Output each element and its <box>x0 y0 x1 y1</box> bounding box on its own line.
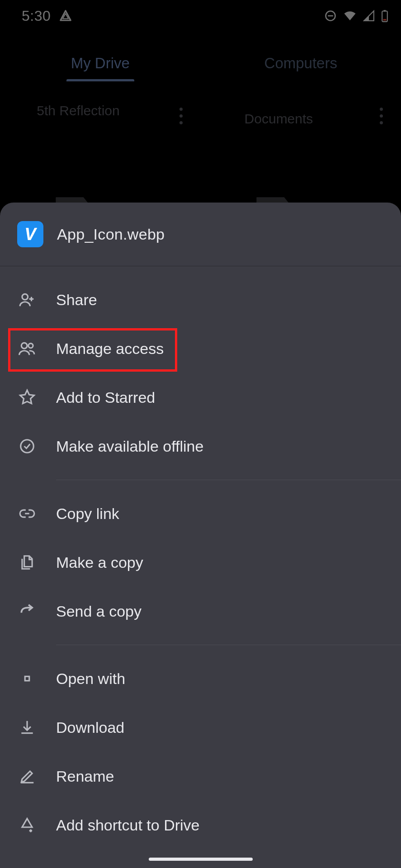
svg-rect-9 <box>25 676 29 681</box>
open-with-icon <box>18 670 36 687</box>
menu-label: Open with <box>56 670 125 688</box>
drive-shortcut-icon <box>18 816 36 834</box>
sheet-filename: App_Icon.webp <box>57 226 165 243</box>
menu-copy-link[interactable]: Copy link <box>0 489 401 538</box>
menu-label: Make available offline <box>56 438 203 455</box>
send-arrow-icon <box>18 603 36 620</box>
sheet-header: V App_Icon.webp <box>0 203 401 266</box>
rename-pencil-icon <box>18 768 36 785</box>
person-add-icon <box>18 291 36 308</box>
menu-label: Copy link <box>56 505 119 523</box>
scrim[interactable] <box>0 0 401 208</box>
menu-label: Rename <box>56 768 114 785</box>
menu-add-shortcut[interactable]: Add shortcut to Drive <box>0 801 401 849</box>
menu-label: Add to Starred <box>56 389 155 406</box>
menu-make-copy[interactable]: Make a copy <box>0 538 401 587</box>
menu-label: Manage access <box>56 340 164 358</box>
menu-available-offline[interactable]: Make available offline <box>0 422 401 471</box>
svg-point-5 <box>22 294 28 300</box>
svg-point-6 <box>21 343 27 349</box>
nav-handle[interactable] <box>149 858 253 861</box>
file-type-icon: V <box>17 221 43 247</box>
menu-label: Make a copy <box>56 554 143 571</box>
menu-rename[interactable]: Rename <box>0 752 401 801</box>
menu-manage-access[interactable]: Manage access <box>0 324 401 373</box>
link-icon <box>18 505 36 522</box>
menu-label: Send a copy <box>56 603 142 620</box>
svg-point-8 <box>21 440 34 453</box>
menu-open-with[interactable]: Open with <box>0 654 401 703</box>
download-icon <box>18 719 36 736</box>
copy-file-icon <box>18 554 36 571</box>
people-icon <box>18 340 36 357</box>
menu-label: Download <box>56 719 124 736</box>
context-menu-sheet: V App_Icon.webp Share Manage access Add … <box>0 203 401 868</box>
menu-send-copy[interactable]: Send a copy <box>0 587 401 636</box>
menu-label: Share <box>56 291 97 309</box>
menu-share[interactable]: Share <box>0 275 401 324</box>
menu-download[interactable]: Download <box>0 703 401 752</box>
svg-point-7 <box>28 344 33 348</box>
menu-add-starred[interactable]: Add to Starred <box>0 373 401 422</box>
menu-label: Add shortcut to Drive <box>56 816 199 834</box>
offline-check-icon <box>18 438 36 455</box>
star-icon <box>18 389 36 406</box>
